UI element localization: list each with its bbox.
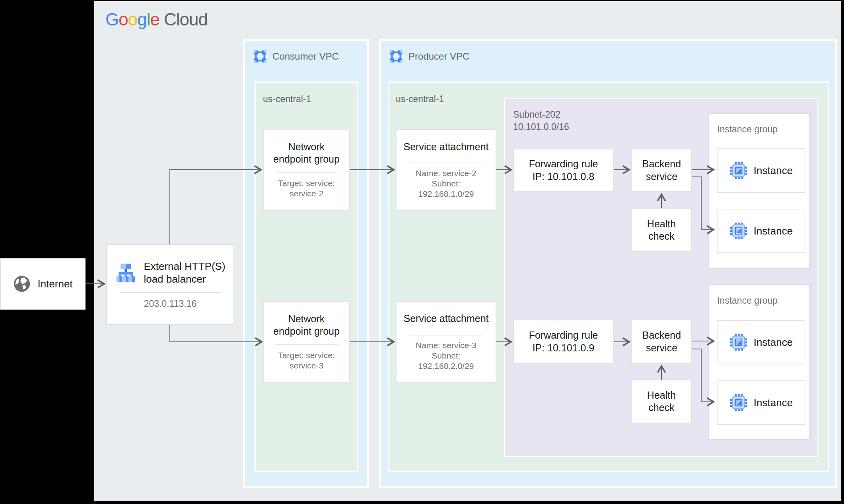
divider (409, 335, 482, 335)
internet-label: Internet (37, 277, 72, 291)
load-balancer-title: External HTTP(S) load balancer (144, 260, 225, 286)
backend-service-node-2: Backend service (631, 320, 692, 364)
consumer-vpc-header: Consumer VPC (253, 49, 339, 64)
service-attachment-node-1: Service attachment Name: service-2 Subne… (396, 129, 496, 211)
load-balancer-icon (115, 262, 136, 283)
compute-instance-icon (729, 222, 748, 240)
instance-node-1: Instance (717, 148, 805, 193)
backend-service-node-1: Backend service (631, 149, 692, 192)
forwarding-rule-node-1: Forwarding rule IP: 10.101.0.8 (513, 149, 614, 192)
divider (275, 344, 338, 345)
service-attachment-node-2: Service attachment Name: service-3 Subne… (396, 301, 496, 383)
cloud-logo-text: Cloud (164, 10, 208, 29)
producer-vpc-label: Producer VPC (408, 51, 469, 62)
divider (275, 172, 338, 173)
network-endpoint-group-node-1: Network endpoint group Target: service: … (263, 129, 350, 211)
consumer-vpc-label: Consumer VPC (272, 51, 339, 62)
subnet-name: Subnet-202 (513, 109, 569, 121)
google-cloud-logo: Google Cloud (105, 10, 208, 29)
divider (409, 163, 482, 163)
compute-instance-icon (729, 333, 748, 351)
consumer-vpc-zone: Consumer VPC us-central-1 (243, 39, 369, 488)
google-logo-text: Google (105, 10, 159, 29)
vpc-network-icon (253, 49, 268, 64)
instance-node-3: Instance (717, 320, 805, 364)
health-check-node-1: Health check (631, 208, 692, 252)
health-check-node-2: Health check (631, 380, 692, 423)
instance-group-2: Instance group Instance (708, 284, 811, 440)
instance-group-1: Instance group Instance (708, 112, 811, 269)
forwarding-rule-node-2: Forwarding rule IP: 10.101.0.9 (513, 320, 614, 364)
subnet-cidr: 10.101.0.0/16 (513, 121, 569, 133)
producer-region-label: us-central-1 (396, 94, 444, 105)
network-endpoint-group-node-2: Network endpoint group Target: service: … (263, 301, 350, 383)
instance-node-4: Instance (717, 380, 805, 425)
diagram-frame: Google Cloud Consumer VPC us-central-1 (0, 0, 844, 504)
internet-node: Internet (0, 258, 86, 310)
load-balancer-node: External HTTP(S) load balancer 203.0.113… (106, 244, 234, 325)
compute-instance-icon (729, 394, 748, 412)
consumer-region-label: us-central-1 (263, 94, 311, 105)
instance-node-2: Instance (717, 209, 805, 253)
load-balancer-ip: 203.0.113.16 (144, 299, 197, 309)
producer-vpc-header: Producer VPC (389, 49, 469, 64)
globe-icon (13, 275, 31, 293)
subnet-label: Subnet-202 10.101.0.0/16 (513, 109, 569, 133)
compute-instance-icon (729, 161, 748, 180)
divider (120, 292, 221, 293)
vpc-network-icon (389, 49, 404, 64)
